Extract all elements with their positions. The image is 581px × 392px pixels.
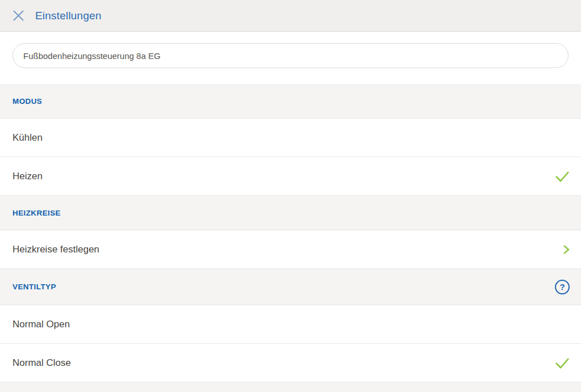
row-label: Normal Close	[12, 357, 71, 369]
row-kuehlen[interactable]: Kühlen	[0, 119, 581, 157]
chevron-right-icon	[563, 245, 570, 255]
row-label: Heizen	[12, 171, 43, 182]
close-button[interactable]	[11, 9, 25, 23]
row-label: Kühlen	[12, 132, 43, 144]
help-icon[interactable]: ?	[555, 280, 570, 294]
close-icon	[12, 10, 24, 22]
check-icon	[555, 171, 570, 182]
row-heizkreise-festlegen[interactable]: Heizkreise festlegen	[0, 230, 581, 269]
page-title: Einstellungen	[35, 10, 102, 22]
row-heizen[interactable]: Heizen	[0, 157, 581, 196]
section-header-ventiltyp: VENTILTYP ?	[0, 269, 581, 305]
section-label: VENTILTYP	[12, 283, 56, 291]
row-normal-close[interactable]: Normal Close	[0, 344, 581, 382]
device-name-input[interactable]	[12, 43, 569, 68]
question-glyph: ?	[559, 283, 565, 291]
next-section-partial	[0, 382, 581, 392]
section-label: MODUS	[12, 97, 42, 106]
settings-header: Einstellungen	[0, 0, 581, 32]
row-label: Heizkreise festlegen	[12, 244, 99, 255]
check-icon	[555, 357, 570, 369]
section-header-modus: MODUS	[0, 84, 581, 119]
device-name-section	[0, 32, 581, 84]
section-header-heizkreise: HEIZKREISE	[0, 196, 581, 230]
row-label: Normal Open	[12, 319, 70, 330]
row-normal-open[interactable]: Normal Open	[0, 305, 581, 344]
section-label: HEIZKREISE	[12, 209, 61, 217]
